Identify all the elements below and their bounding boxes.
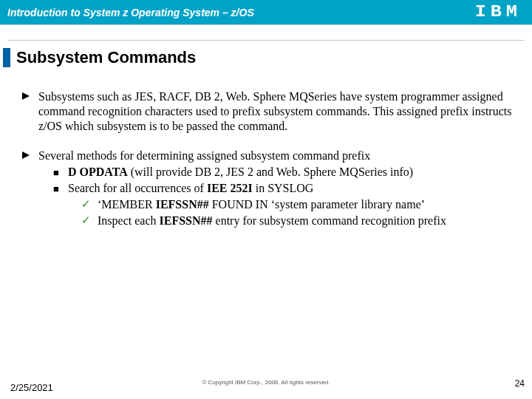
b3a-post: FOUND IN ‘system parameter library name’ — [209, 198, 425, 211]
title-accent — [3, 48, 10, 67]
bullet-2-1-rest: (will provide DB 2, JES 2 and Web. Spher… — [128, 166, 413, 178]
content: Subsystems such as JES, RACF, DB 2, Web.… — [0, 67, 532, 228]
footer-page-number: 24 — [515, 378, 525, 389]
bullet-2-2-bold: IEE 252I — [207, 182, 253, 194]
page-title: Subsystem Commands — [16, 48, 196, 67]
bullet-2-2-post: in SYSLOG — [253, 182, 314, 194]
check-icon: ✓ — [81, 214, 98, 228]
b3a-bold: IEFSSN## — [156, 198, 209, 211]
bullet-2-2-1: ✓ ‘MEMBER IEFSSN## FOUND IN ‘system para… — [81, 197, 517, 212]
bullet-2-1: ■ D OPDATA (will provide DB 2, JES 2 and… — [53, 165, 517, 180]
b3a-pre: ‘MEMBER — [98, 198, 156, 211]
bullet-2-2-2: ✓ Inspect each IEFSSN## entry for subsys… — [81, 214, 517, 228]
bullet-2-1-text: D OPDATA (will provide DB 2, JES 2 and W… — [68, 165, 517, 180]
square-icon: ■ — [53, 165, 68, 180]
title-row: Subsystem Commands — [3, 48, 532, 67]
bullet-2-2: ■ Search for all occurrences of IEE 252I… — [53, 181, 517, 196]
arrow-icon — [22, 89, 38, 134]
ibm-logo-text: IBM — [475, 4, 522, 21]
b3b-post: entry for subsystem command recognition … — [213, 214, 446, 227]
bullet-2: Several methods for determining assigned… — [22, 149, 517, 163]
square-icon: ■ — [53, 181, 68, 196]
arrow-icon — [22, 149, 38, 163]
header-bar: Introduction to System z Operating Syste… — [0, 0, 532, 25]
bullet-2-2-text: Search for all occurrences of IEE 252I i… — [68, 181, 517, 196]
bullet-1-text: Subsystems such as JES, RACF, DB 2, Web.… — [38, 89, 517, 134]
header-title: Introduction to System z Operating Syste… — [7, 7, 254, 18]
footer: 2/25/2021 © Copyright IBM Corp., 2008. A… — [0, 372, 532, 395]
b3b-pre: Inspect each — [98, 214, 160, 227]
slide: Introduction to System z Operating Syste… — [0, 0, 532, 399]
bullet-2-2-2-text: Inspect each IEFSSN## entry for subsyste… — [98, 214, 517, 228]
b3b-bold: IEFSSN## — [160, 214, 213, 227]
bullet-2-2-1-text: ‘MEMBER IEFSSN## FOUND IN ‘system parame… — [98, 197, 517, 212]
check-icon: ✓ — [81, 197, 98, 212]
bullet-1: Subsystems such as JES, RACF, DB 2, Web.… — [22, 89, 517, 134]
bullet-2-2-pre: Search for all occurrences of — [68, 182, 207, 194]
bullet-2-1-bold: D OPDATA — [68, 166, 128, 178]
bullet-2-text: Several methods for determining assigned… — [38, 149, 517, 163]
divider — [7, 40, 525, 41]
ibm-logo: IBM — [480, 4, 523, 21]
footer-copyright: © Copyright IBM Corp., 2008. All rights … — [0, 379, 532, 386]
